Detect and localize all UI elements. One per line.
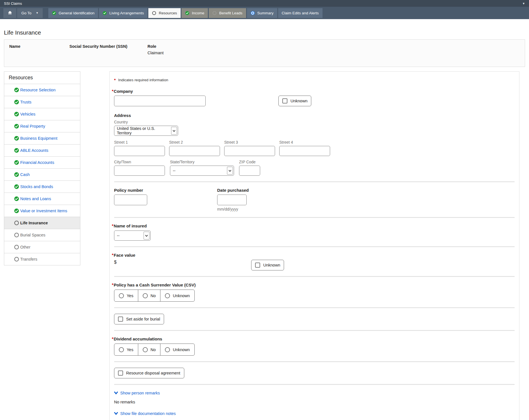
name-of-insured-group: * Name of insured -- bbox=[114, 223, 515, 241]
sidebar-item-label: Life Insurance bbox=[20, 221, 48, 225]
check-circle-icon bbox=[14, 160, 19, 165]
street2-label: Street 2 bbox=[169, 140, 220, 144]
check-circle-icon bbox=[14, 172, 19, 177]
state-label: State/Territory bbox=[170, 160, 234, 164]
check-circle-icon bbox=[14, 148, 19, 153]
sidebar-item-other[interactable]: Other bbox=[4, 241, 80, 253]
policy-number-field: Policy number bbox=[114, 188, 147, 205]
face-value-label: * Face value bbox=[114, 253, 515, 258]
csv-radio-group: Yes No Unknown bbox=[114, 290, 195, 302]
name-of-insured-select[interactable]: -- bbox=[114, 231, 151, 241]
radio-label: Unknown bbox=[173, 293, 190, 298]
sidebar-item-notes-and-loans[interactable]: Notes and Loans bbox=[4, 193, 80, 205]
street4-field: Street 4 bbox=[279, 140, 330, 156]
sidebar-item-vehicles[interactable]: Vehicles bbox=[4, 108, 80, 120]
company-input[interactable] bbox=[114, 96, 206, 106]
remarks-empty-text: No remarks bbox=[114, 400, 515, 404]
checkbox-icon bbox=[118, 317, 123, 322]
required-note: * Indicates required information bbox=[114, 78, 515, 82]
required-asterisk: * bbox=[112, 283, 113, 287]
home-icon bbox=[8, 10, 12, 16]
show-file-documentation-notes-link[interactable]: Show file documentation notes bbox=[114, 411, 176, 416]
radio-label: Unknown bbox=[173, 347, 190, 352]
date-purchased-input[interactable] bbox=[217, 195, 247, 205]
sidebar-item-transfers[interactable]: Transfers bbox=[4, 253, 80, 265]
face-value-input[interactable] bbox=[119, 260, 144, 265]
street1-input[interactable] bbox=[114, 146, 165, 156]
divider bbox=[114, 361, 515, 362]
tab-claim-edits-and-alerts[interactable]: Claim Edits and Alerts bbox=[278, 8, 323, 18]
form-column: * Indicates required information * Compa… bbox=[109, 71, 519, 420]
dividend-label: * Dividend accumulations bbox=[114, 337, 515, 341]
circle-outline-icon bbox=[152, 11, 156, 15]
circle-outline-icon bbox=[14, 220, 19, 225]
street4-input[interactable] bbox=[279, 146, 330, 156]
csv-no-radio[interactable]: No bbox=[138, 290, 160, 301]
radio-label: No bbox=[151, 293, 156, 298]
name-label: Name bbox=[9, 44, 69, 49]
dividend-yes-radio[interactable]: Yes bbox=[114, 344, 138, 355]
resource-disposal-checkbox[interactable]: Resource disposal agreement bbox=[114, 368, 184, 378]
street2-input[interactable] bbox=[169, 146, 220, 156]
dividend-no-radio[interactable]: No bbox=[138, 344, 160, 355]
sidebar-item-resource-selection[interactable]: Resource Selection bbox=[4, 84, 80, 96]
tab-benefit-leads[interactable]: Benefit Leads bbox=[209, 8, 246, 18]
csv-unknown-radio[interactable]: Unknown bbox=[160, 290, 194, 301]
check-circle-icon bbox=[14, 208, 19, 213]
sidebar-item-label: Burial Spaces bbox=[20, 233, 45, 237]
street3-input[interactable] bbox=[224, 146, 275, 156]
show-person-remarks-link[interactable]: Show person remarks bbox=[114, 391, 160, 395]
tab-label: General Identification bbox=[59, 11, 95, 15]
zip-input[interactable] bbox=[239, 166, 260, 176]
sidebar-item-able-accounts[interactable]: ABLE Accounts bbox=[4, 144, 80, 157]
sidebar-item-real-property[interactable]: Real Property bbox=[4, 120, 80, 132]
dividend-label-text: Dividend accumulations bbox=[114, 337, 162, 341]
tab-income[interactable]: Income bbox=[181, 8, 208, 18]
street1-label: Street 1 bbox=[114, 140, 165, 144]
tab-label: Resources bbox=[159, 11, 177, 15]
company-unknown-checkbox[interactable]: Unknown bbox=[278, 96, 311, 106]
tab-resources[interactable]: Resources bbox=[148, 8, 181, 18]
check-circle-icon bbox=[14, 87, 19, 92]
policy-number-input[interactable] bbox=[114, 195, 147, 205]
csv-yes-radio[interactable]: Yes bbox=[114, 290, 138, 301]
sidebar-item-stocks-and-bonds[interactable]: Stocks and Bonds bbox=[4, 181, 80, 193]
goto-dropdown-button[interactable]: Go To ▼ bbox=[17, 8, 43, 18]
sidebar-item-life-insurance[interactable]: Life Insurance bbox=[4, 217, 80, 229]
sidebar-item-trusts[interactable]: Trusts bbox=[4, 96, 80, 108]
tab-general-identification[interactable]: General Identification bbox=[48, 8, 98, 18]
sidebar-item-cash[interactable]: Cash bbox=[4, 169, 80, 181]
resource-disposal-label: Resource disposal agreement bbox=[126, 371, 180, 375]
tab-summary[interactable]: Summary bbox=[247, 8, 277, 18]
home-button[interactable] bbox=[3, 8, 16, 18]
titlebar-caret-icon[interactable]: ▼ bbox=[522, 2, 525, 5]
sidebar-item-label: Transfers bbox=[20, 257, 37, 261]
dividend-radio-group: Yes No Unknown bbox=[114, 344, 195, 356]
sidebar-item-burial-spaces[interactable]: Burial Spaces bbox=[4, 229, 80, 241]
check-circle-icon bbox=[14, 196, 19, 201]
face-value-unknown-checkbox[interactable]: Unknown bbox=[251, 260, 284, 270]
sidebar-item-value-or-investment-items[interactable]: Value or Investment Items bbox=[4, 205, 80, 217]
sidebar-item-label: Cash bbox=[20, 172, 30, 177]
show-file-documentation-notes-label: Show file documentation notes bbox=[120, 411, 176, 416]
face-value-input-wrapper: $ bbox=[114, 260, 151, 265]
person-ssn-column: Social Security Number (SSN) bbox=[69, 44, 147, 55]
tab-living-arrangements[interactable]: Living Arrangements bbox=[99, 8, 147, 18]
city-input[interactable] bbox=[114, 166, 165, 176]
dividend-unknown-radio[interactable]: Unknown bbox=[160, 344, 194, 355]
person-role-column: Role Claimant bbox=[147, 44, 520, 55]
unknown-label: Unknown bbox=[290, 99, 307, 103]
check-circle-icon bbox=[14, 184, 19, 189]
sidebar-item-business-equipment[interactable]: Business Equipment bbox=[4, 132, 80, 144]
page-title: Life Insurance bbox=[4, 29, 525, 36]
sidebar-item-label: ABLE Accounts bbox=[20, 148, 48, 153]
divider bbox=[114, 384, 515, 385]
divider bbox=[114, 181, 515, 182]
divider bbox=[114, 330, 515, 331]
state-select[interactable]: -- bbox=[170, 166, 234, 176]
country-select[interactable]: United States or U.S. Territory bbox=[114, 126, 178, 136]
chevron-down-icon: ▼ bbox=[36, 12, 38, 14]
set-aside-burial-checkbox[interactable]: Set aside for burial bbox=[114, 314, 164, 324]
sidebar-item-label: Trusts bbox=[20, 100, 31, 104]
sidebar-item-financial-accounts[interactable]: Financial Accounts bbox=[4, 157, 80, 169]
